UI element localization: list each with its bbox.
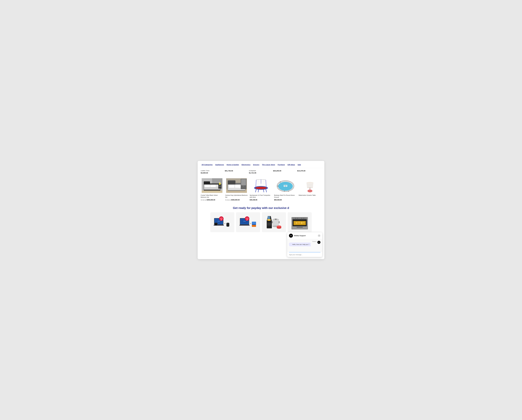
svg-point-63 bbox=[284, 191, 285, 191]
svg-point-121 bbox=[296, 222, 297, 224]
svg-point-122 bbox=[298, 222, 300, 224]
svg-point-34 bbox=[243, 186, 244, 187]
svg-rect-30 bbox=[229, 185, 234, 188]
nav-item-sale[interactable]: Sale bbox=[297, 163, 302, 166]
product-card[interactable]: Sportspower 12 Feet Trampoline with Deck… bbox=[249, 177, 273, 201]
promo-card[interactable]: WIN EXTENDED WARRANTY + bbox=[210, 212, 234, 232]
product-card[interactable]: Crystal Tufted Black Velvet Bedroom SetA… bbox=[201, 177, 224, 201]
svg-point-64 bbox=[288, 191, 289, 192]
svg-text:WIN: WIN bbox=[217, 221, 220, 222]
nav-item-liquor-store[interactable]: The Liquor Store bbox=[261, 163, 276, 166]
svg-point-67 bbox=[307, 182, 313, 183]
price-value: $14,375.00 bbox=[297, 170, 321, 172]
promo-grid: WIN EXTENDED WARRANTY + WIN bbox=[201, 212, 321, 232]
main-container: All CategoriesAppliancesHome & GardenEle… bbox=[198, 161, 324, 259]
chat-support-avatar: ✦ bbox=[317, 241, 320, 244]
chat-body: Support Hello, how can i help you ? ✦ bbox=[287, 239, 322, 252]
svg-line-51 bbox=[263, 189, 264, 192]
product-price-main: $350,000.00 bbox=[207, 199, 215, 201]
price-cell: $25,250.00 bbox=[273, 170, 297, 174]
svg-rect-6 bbox=[206, 182, 207, 183]
price-value: $1,721.55 bbox=[249, 172, 273, 174]
svg-point-70 bbox=[308, 189, 310, 191]
price-row: Leather Trims$4,000.00$51,746.55& Elepha… bbox=[198, 168, 324, 175]
chat-avatar-icon: ✦ bbox=[289, 234, 293, 238]
nav-item-electronics[interactable]: Electronics bbox=[241, 163, 251, 166]
svg-rect-15 bbox=[211, 185, 216, 187]
svg-point-105 bbox=[267, 219, 271, 221]
nav-item-all-categories[interactable]: All Categories bbox=[201, 163, 214, 166]
svg-rect-16 bbox=[204, 187, 220, 190]
svg-point-127 bbox=[297, 218, 298, 219]
product-price-main: $65,548.85 bbox=[274, 199, 282, 201]
product-card[interactable]: Watermelon Ceramic Table bbox=[298, 177, 321, 201]
product-title: Watermelon Ceramic Table bbox=[299, 194, 321, 196]
promo-section: Get ready for payday with our exclusive … bbox=[198, 202, 324, 234]
svg-point-129 bbox=[303, 218, 304, 219]
price-value: $25,250.00 bbox=[273, 170, 297, 172]
chat-input[interactable] bbox=[289, 254, 320, 255]
svg-rect-111 bbox=[279, 221, 280, 223]
product-image: Bestway Steel Pro MAX bbox=[274, 177, 297, 194]
svg-rect-14 bbox=[205, 185, 210, 187]
product-card[interactable]: Carissa Gray Upholstered Bedroom SetAs l… bbox=[224, 177, 249, 201]
svg-rect-107 bbox=[272, 220, 279, 226]
product-price-wrap: As low as $350,000.00 bbox=[201, 199, 223, 201]
chat-message-bubble: Hello, how can i help you ? bbox=[289, 242, 311, 246]
svg-text:Steel Pro: Steel Pro bbox=[284, 186, 286, 186]
price-value: $4,000.00 bbox=[201, 172, 225, 174]
svg-rect-33 bbox=[241, 179, 246, 185]
nav-item-furniture[interactable]: Furniture bbox=[277, 163, 286, 166]
svg-point-126 bbox=[295, 218, 296, 219]
svg-rect-90 bbox=[239, 225, 250, 226]
svg-text:EXTENDED: EXTENDED bbox=[220, 218, 223, 218]
product-title: Bestway Steel Pro Round Above Ground bbox=[274, 194, 297, 198]
product-card[interactable]: Bestway Steel Pro MAX Bestway Steel Pro … bbox=[273, 177, 298, 201]
product-price-label: As low as bbox=[201, 199, 207, 201]
svg-rect-19 bbox=[219, 183, 221, 185]
svg-rect-97 bbox=[252, 224, 256, 225]
svg-point-124 bbox=[303, 222, 305, 223]
price-cell: & Elephant$1,721.55 bbox=[249, 170, 273, 174]
svg-line-50 bbox=[258, 189, 259, 192]
svg-rect-102 bbox=[267, 223, 271, 223]
nav-item-gift-ideas[interactable]: Gift Ideas bbox=[287, 163, 296, 166]
nav-item-grocery[interactable]: Grocery bbox=[252, 163, 260, 166]
svg-rect-103 bbox=[267, 224, 271, 225]
price-cell: $14,375.00 bbox=[297, 170, 321, 174]
product-price-wrap: $65,548.85 bbox=[274, 199, 297, 201]
product-title: Carissa Gray Upholstered Bedroom Set bbox=[225, 194, 248, 198]
svg-rect-104 bbox=[267, 225, 271, 225]
nav-item-home-garden[interactable]: Home & Garden bbox=[226, 163, 240, 166]
product-image bbox=[225, 177, 248, 194]
svg-text:Bestway: Bestway bbox=[284, 185, 286, 186]
price-cell: Leather Trims$4,000.00 bbox=[201, 170, 225, 174]
nav-item-appliances[interactable]: Appliances bbox=[214, 163, 225, 166]
svg-rect-5 bbox=[204, 182, 205, 183]
svg-rect-110 bbox=[272, 221, 273, 223]
svg-point-128 bbox=[301, 218, 302, 219]
chat-title: Webkul Support bbox=[294, 235, 306, 237]
svg-text:+: + bbox=[224, 222, 226, 225]
svg-rect-130 bbox=[297, 227, 303, 228]
promo-card[interactable]: WIN EXTENDED WARRANTY + bbox=[236, 212, 260, 232]
svg-point-46 bbox=[255, 187, 267, 189]
promo-card[interactable] bbox=[262, 212, 286, 232]
svg-text:EXTENDED: EXTENDED bbox=[245, 218, 249, 218]
product-image bbox=[299, 177, 321, 194]
svg-text:WARRANTY: WARRANTY bbox=[246, 219, 249, 219]
svg-line-48 bbox=[255, 189, 256, 192]
openai-icon: ✦ bbox=[290, 234, 292, 237]
svg-text:WARRANTY: WARRANTY bbox=[220, 219, 223, 219]
svg-rect-7 bbox=[207, 182, 208, 183]
product-price-label: As low as bbox=[225, 199, 231, 201]
chat-header: ✦ Webkul Support − bbox=[287, 232, 322, 239]
promo-card[interactable] bbox=[288, 212, 312, 232]
chat-minimize-button[interactable]: − bbox=[318, 234, 320, 237]
svg-rect-8 bbox=[208, 182, 209, 183]
product-grid: Crystal Tufted Black Velvet Bedroom SetA… bbox=[198, 175, 324, 202]
svg-rect-125 bbox=[292, 218, 307, 219]
product-image bbox=[250, 177, 272, 194]
chat-message-wrap: Support Hello, how can i help you ? ✦ bbox=[289, 241, 320, 246]
svg-rect-21 bbox=[202, 191, 223, 193]
